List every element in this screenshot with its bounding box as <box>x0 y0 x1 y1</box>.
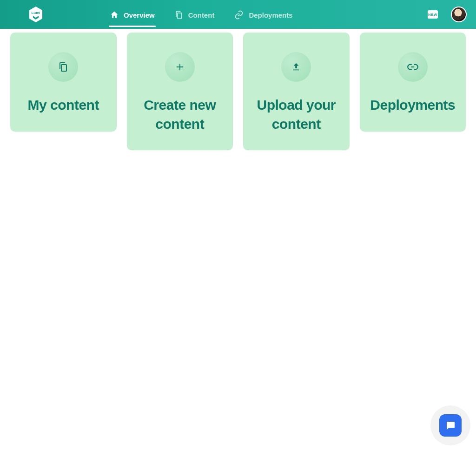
card-title: My content <box>20 96 107 115</box>
card-title: Upload your content <box>252 96 340 133</box>
new-badge-text: NEW <box>428 13 437 17</box>
upload-icon <box>291 62 301 72</box>
user-avatar[interactable] <box>451 7 467 22</box>
home-icon <box>110 10 119 20</box>
brand-logo[interactable]: Lumi <box>28 5 44 24</box>
card-icon-wrap <box>281 52 311 82</box>
logo-hexagon-icon: Lumi <box>29 6 43 23</box>
nav-overview[interactable]: Overview <box>109 2 156 27</box>
chat-icon <box>445 420 456 431</box>
chat-help-button[interactable] <box>439 414 462 437</box>
svg-text:Lumi: Lumi <box>31 11 40 15</box>
nav-content[interactable]: Content <box>173 2 216 27</box>
nav-deployments[interactable]: Deployments <box>233 1 293 27</box>
card-title: Deployments <box>369 96 457 115</box>
link-icon <box>407 61 419 73</box>
card-create-new[interactable]: Create new content <box>127 33 233 150</box>
nav-deployments-label: Deployments <box>249 11 292 19</box>
copy-icon <box>58 61 69 73</box>
link-icon <box>234 10 244 20</box>
svg-rect-4 <box>61 65 66 71</box>
card-title: Create new content <box>136 96 224 133</box>
app-header: Lumi Overview Content Deployments <box>0 0 476 29</box>
card-upload[interactable]: Upload your content <box>243 33 350 150</box>
main-nav: Overview Content Deployments <box>109 1 428 27</box>
card-deployments[interactable]: Deployments <box>360 33 466 132</box>
card-icon-wrap <box>48 52 78 82</box>
copy-icon <box>174 10 184 20</box>
nav-content-label: Content <box>188 11 215 19</box>
nav-overview-label: Overview <box>124 11 155 19</box>
card-my-content[interactable]: My content <box>10 33 117 132</box>
svg-rect-5 <box>293 70 299 71</box>
card-icon-wrap <box>398 52 428 82</box>
svg-rect-3 <box>177 13 181 19</box>
card-icon-wrap <box>165 52 195 82</box>
header-right: NEW <box>428 7 467 22</box>
new-badge[interactable]: NEW <box>428 10 438 19</box>
plus-icon <box>175 62 185 72</box>
overview-cards: My content Create new content Upload you… <box>0 29 476 150</box>
chat-fab-container <box>430 405 470 445</box>
